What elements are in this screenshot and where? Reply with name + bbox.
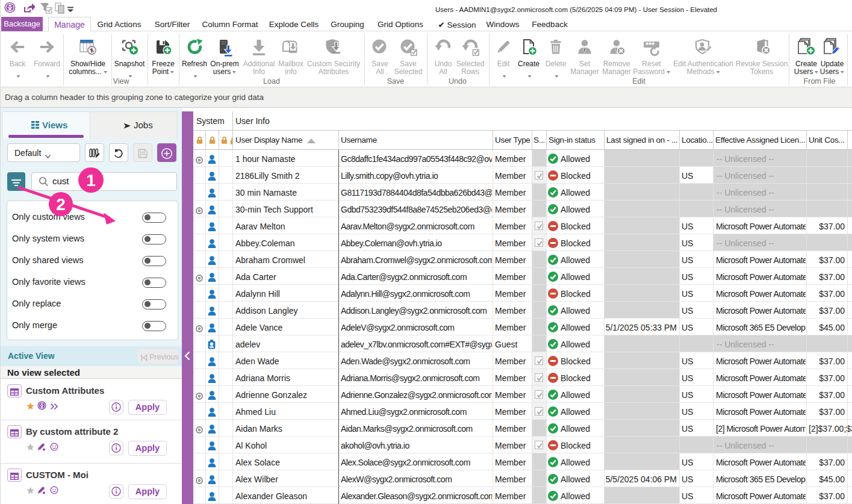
svg-text:1: 1 [86, 171, 96, 190]
svg-text:2: 2 [56, 195, 66, 214]
